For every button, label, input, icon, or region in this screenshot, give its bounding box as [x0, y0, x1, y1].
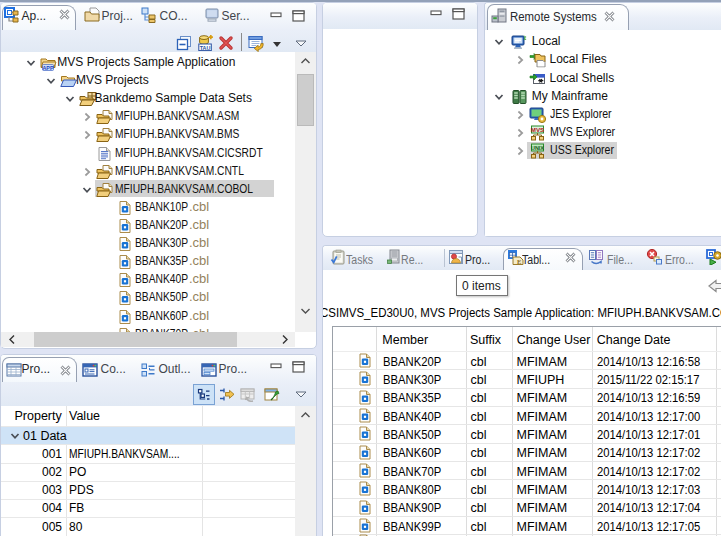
svg-text:TAU: TAU — [199, 45, 210, 51]
svg-text:MVS: MVS — [530, 126, 543, 133]
svg-text:UNIX: UNIX — [531, 145, 544, 151]
svg-text:APP: APP — [42, 65, 53, 71]
